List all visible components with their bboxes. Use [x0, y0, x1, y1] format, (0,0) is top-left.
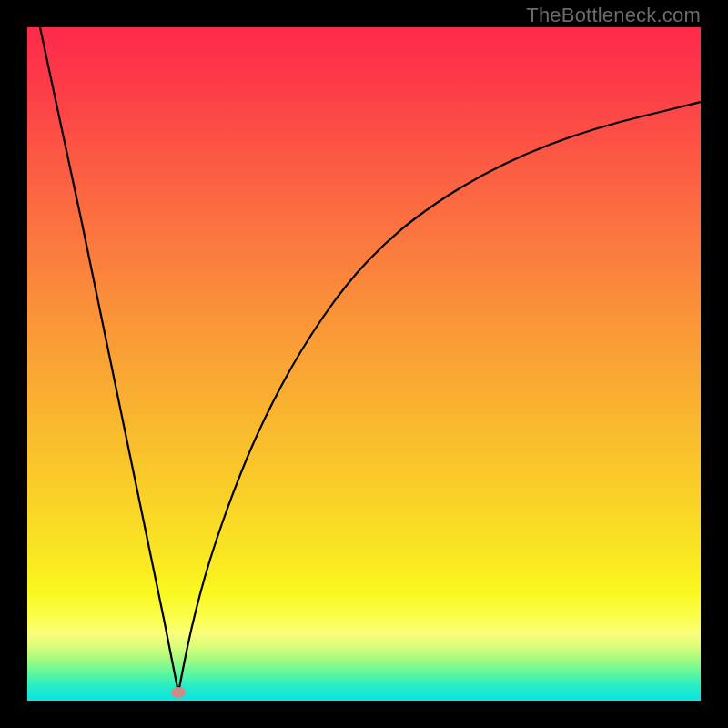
watermark-text: TheBottleneck.com	[526, 4, 701, 27]
curve-svg	[27, 27, 701, 701]
plot-area	[27, 27, 701, 701]
chart-frame: TheBottleneck.com	[0, 0, 728, 728]
minimum-marker	[171, 687, 186, 698]
bottleneck-curve-path	[40, 27, 701, 693]
